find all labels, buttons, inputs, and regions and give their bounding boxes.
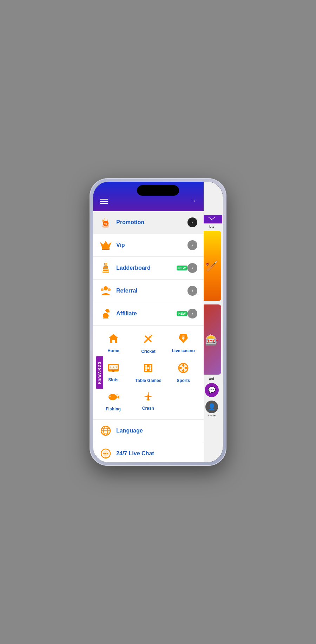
svg-point-7 xyxy=(105,263,107,265)
crash-svg xyxy=(142,391,154,401)
affiliate-arrow[interactable]: › xyxy=(187,309,197,318)
live-chat-svg xyxy=(100,448,111,459)
menu-content: % Promotion › xyxy=(93,211,204,462)
svg-point-41 xyxy=(108,394,117,400)
vip-label: Vip xyxy=(116,242,187,248)
slots-label-nav: Slots xyxy=(108,377,118,382)
footer-item-live-chat[interactable]: 24/7 Live Chat xyxy=(93,442,204,462)
fishing-svg xyxy=(107,391,119,402)
home-label: Home xyxy=(107,348,119,353)
menu-item-referral[interactable]: Referral › xyxy=(93,280,204,302)
ladderboard-arrow[interactable]: › xyxy=(187,263,197,273)
sports-icon xyxy=(178,362,189,376)
rewards-tab[interactable]: REWARDS xyxy=(96,356,103,389)
svg-rect-30 xyxy=(112,370,114,372)
referral-icon xyxy=(99,284,112,297)
slots-svg: 7 7 7 xyxy=(107,362,119,373)
table-games-svg xyxy=(143,362,154,374)
svg-point-51 xyxy=(105,453,106,454)
svg-point-36 xyxy=(147,367,149,369)
footer-item-language[interactable]: Language xyxy=(93,420,204,442)
svg-point-13 xyxy=(108,288,111,291)
casino-svg: ♠ xyxy=(177,333,189,344)
affiliate-badge: new xyxy=(177,311,187,316)
vip-arrow[interactable]: › xyxy=(187,240,197,250)
nav-grid-section: REWARDS Home xyxy=(93,325,204,419)
slots-label: lots xyxy=(201,225,222,228)
nav-item-fishing[interactable]: Fishing xyxy=(97,387,130,416)
nav-item-sports[interactable]: Sports xyxy=(166,358,200,387)
cricket-nav-icon xyxy=(143,333,154,347)
nav-grid-row3: Fishing Crash xyxy=(95,387,166,416)
svg-point-43 xyxy=(109,396,110,397)
svg-point-35 xyxy=(150,369,151,371)
mail-icon xyxy=(208,217,215,222)
nav-item-live-casino[interactable]: ♠ Live casino xyxy=(166,329,200,358)
cricket-svg xyxy=(143,333,154,344)
svg-point-16 xyxy=(104,313,107,316)
svg-point-33 xyxy=(150,365,151,367)
nav-item-table-games[interactable]: Table Games xyxy=(132,358,165,387)
chat-button[interactable]: 💬 xyxy=(205,383,219,397)
slots-nav-icon: 7 7 7 xyxy=(107,362,119,375)
svg-text:7: 7 xyxy=(116,366,117,369)
menu-item-vip[interactable]: Vip › xyxy=(93,234,204,257)
nav-grid-row2: 7 7 7 Slots xyxy=(95,358,202,387)
nav-item-crash[interactable]: Crash xyxy=(131,387,165,416)
ladderboard-icon xyxy=(99,262,112,274)
profile-label: Profile xyxy=(208,414,216,417)
menu-item-affiliate[interactable]: Affiliate new › xyxy=(93,302,204,325)
svg-point-11 xyxy=(104,286,108,290)
svg-point-37 xyxy=(145,367,147,369)
svg-point-52 xyxy=(107,453,108,454)
svg-rect-4 xyxy=(102,248,110,249)
affiliate-svg xyxy=(100,308,112,319)
affiliate-icon xyxy=(99,307,112,320)
language-svg xyxy=(100,425,111,436)
svg-rect-44 xyxy=(148,392,149,400)
ladderboard-badge: new xyxy=(177,266,187,270)
ladderboard-label: Ladderboard xyxy=(116,265,174,271)
nav-item-cricket[interactable]: Cricket xyxy=(132,329,165,358)
menu-item-promotion[interactable]: % Promotion › xyxy=(93,211,204,234)
nav-grid-row1: Home xyxy=(95,329,202,358)
profile-button[interactable]: 👤 Profile xyxy=(205,401,218,417)
svg-point-12 xyxy=(101,288,104,291)
hamburger-menu[interactable] xyxy=(100,199,108,204)
live-chat-icon xyxy=(99,447,112,460)
header-arrow[interactable]: → xyxy=(190,197,197,205)
fishing-icon xyxy=(107,391,119,404)
promotion-label: Promotion xyxy=(116,219,187,226)
sports-svg xyxy=(178,362,189,374)
live-chat-label: 24/7 Live Chat xyxy=(116,450,154,457)
promotion-icon: % xyxy=(99,216,112,229)
language-icon xyxy=(99,424,112,437)
menu-item-ladderboard[interactable]: Ladderboard new › xyxy=(93,257,204,280)
referral-svg xyxy=(100,286,112,296)
cricket-label: Cricket xyxy=(141,349,156,354)
promotion-svg: % xyxy=(100,216,111,228)
live-casino-label: Live casino xyxy=(172,348,195,353)
nav-item-home[interactable]: Home xyxy=(97,329,130,358)
promotion-arrow[interactable]: › xyxy=(187,217,197,227)
language-label: Language xyxy=(116,428,143,434)
affiliate-label: Affiliate xyxy=(116,310,174,317)
svg-rect-5 xyxy=(102,249,110,250)
svg-point-17 xyxy=(108,310,110,313)
svg-point-50 xyxy=(103,453,105,454)
casino-image: 🎰 xyxy=(202,304,221,375)
leaderboard-label: ard xyxy=(201,377,222,381)
crash-icon xyxy=(142,391,154,404)
fishing-label: Fishing xyxy=(106,407,121,411)
home-icon xyxy=(108,333,119,346)
referral-arrow[interactable]: › xyxy=(187,286,197,296)
vip-icon xyxy=(99,239,112,251)
sports-label: Sports xyxy=(177,378,190,383)
table-games-icon xyxy=(143,362,154,376)
svg-text:7: 7 xyxy=(113,366,114,369)
svg-text:♠: ♠ xyxy=(182,335,185,341)
ladderboard-svg xyxy=(100,262,111,274)
crash-label: Crash xyxy=(142,406,154,411)
cricket-image: 🏏 xyxy=(202,231,221,301)
table-games-label: Table Games xyxy=(136,378,162,383)
